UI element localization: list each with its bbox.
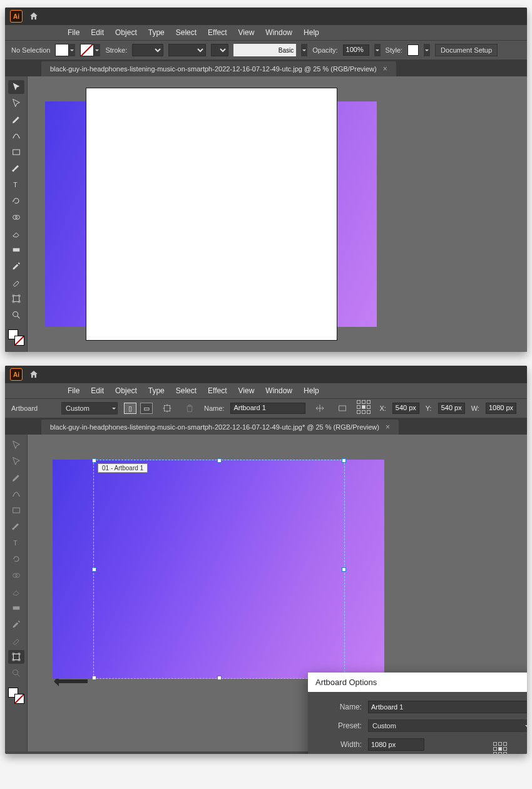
stroke-swatch[interactable] bbox=[80, 44, 94, 56]
menu-view[interactable]: View bbox=[238, 386, 255, 395]
home-icon[interactable] bbox=[28, 368, 40, 381]
rotate-tool-icon[interactable] bbox=[8, 552, 24, 566]
artboard-options-icon[interactable] bbox=[334, 401, 350, 415]
menu-effect[interactable]: Effect bbox=[208, 28, 227, 37]
orientation-toggle[interactable]: ▯ ▭ bbox=[124, 403, 153, 414]
opacity-value[interactable]: 100% bbox=[343, 44, 369, 56]
close-icon[interactable]: × bbox=[386, 423, 390, 431]
w-value[interactable]: 1080 px bbox=[486, 403, 516, 414]
gradient-tool-icon[interactable] bbox=[8, 243, 24, 257]
resize-handle[interactable] bbox=[217, 458, 222, 463]
document-tab[interactable]: black-guy-in-headphones-listening-music-… bbox=[41, 61, 396, 76]
artboard-tool-icon[interactable] bbox=[8, 292, 24, 306]
type-tool-icon[interactable]: T bbox=[8, 536, 24, 550]
variable-width-select[interactable] bbox=[211, 44, 228, 56]
ao-preset-select[interactable]: Custom bbox=[368, 719, 527, 732]
selection-tool-icon[interactable] bbox=[8, 438, 24, 452]
menu-file[interactable]: File bbox=[68, 386, 79, 395]
style-caret-icon[interactable] bbox=[424, 44, 430, 56]
type-tool-icon[interactable]: T bbox=[8, 178, 24, 192]
x-value[interactable]: 540 px bbox=[392, 403, 419, 414]
resize-handle[interactable] bbox=[92, 567, 96, 572]
direct-selection-tool-icon[interactable] bbox=[8, 455, 24, 468]
selection-tool-icon[interactable] bbox=[8, 80, 24, 94]
menu-type[interactable]: Type bbox=[148, 28, 165, 37]
graphic-style-caret-icon[interactable] bbox=[301, 44, 307, 56]
menu-effect[interactable]: Effect bbox=[208, 386, 227, 395]
ao-name-input[interactable] bbox=[368, 701, 527, 713]
menu-type[interactable]: Type bbox=[148, 386, 165, 395]
menu-select[interactable]: Select bbox=[176, 28, 197, 37]
shape-builder-tool-icon[interactable] bbox=[8, 210, 24, 224]
rectangle-tool-icon[interactable] bbox=[8, 503, 24, 517]
eyedropper-tool-icon[interactable] bbox=[8, 617, 24, 631]
graphic-style-box[interactable]: Basic bbox=[233, 44, 296, 56]
zoom-tool-icon[interactable] bbox=[8, 308, 24, 322]
eyedropper-tool-icon[interactable] bbox=[8, 259, 24, 273]
pen-tool-icon[interactable] bbox=[8, 113, 24, 126]
zoom-tool-icon[interactable] bbox=[8, 666, 24, 680]
canvas[interactable]: 01 - Artboard 1 Artboard Options Name: P… bbox=[28, 435, 527, 751]
fill-stroke-indicator[interactable] bbox=[8, 688, 24, 704]
menu-help[interactable]: Help bbox=[304, 28, 319, 37]
eraser-tool-icon[interactable] bbox=[8, 227, 24, 240]
stroke-weight-select[interactable] bbox=[132, 44, 163, 56]
menu-window[interactable]: Window bbox=[265, 28, 292, 37]
paintbrush-tool-icon[interactable] bbox=[8, 520, 24, 534]
menu-help[interactable]: Help bbox=[304, 386, 319, 395]
pen-tool-icon[interactable] bbox=[8, 471, 24, 485]
symbol-sprayer-tool-icon[interactable] bbox=[8, 276, 24, 289]
brush-definition-select[interactable] bbox=[168, 44, 206, 56]
style-swatch[interactable] bbox=[407, 44, 419, 56]
home-icon[interactable] bbox=[28, 10, 40, 23]
fill-swatch[interactable] bbox=[55, 44, 69, 56]
landscape-icon[interactable]: ▭ bbox=[140, 403, 153, 414]
menu-object[interactable]: Object bbox=[115, 386, 137, 395]
new-artboard-icon[interactable] bbox=[159, 401, 175, 415]
resize-handle[interactable] bbox=[92, 676, 96, 680]
curvature-tool-icon[interactable] bbox=[8, 487, 24, 501]
fill-stroke-indicator[interactable] bbox=[8, 329, 24, 346]
portrait-icon[interactable]: ▯ bbox=[124, 403, 136, 414]
preset-select[interactable]: Custom bbox=[61, 402, 118, 415]
delete-artboard-icon[interactable] bbox=[182, 401, 198, 415]
document-setup-button[interactable]: Document Setup bbox=[435, 44, 498, 56]
y-value[interactable]: 540 px bbox=[438, 403, 465, 414]
document-tab[interactable]: black-guy-in-headphones-listening-music-… bbox=[41, 420, 399, 435]
rectangle-tool-icon[interactable] bbox=[8, 145, 24, 159]
rotate-tool-icon[interactable] bbox=[8, 194, 24, 208]
curvature-tool-icon[interactable] bbox=[8, 129, 24, 143]
menu-window[interactable]: Window bbox=[265, 386, 292, 395]
artboard-tool-icon[interactable] bbox=[8, 650, 24, 664]
menu-edit[interactable]: Edit bbox=[91, 386, 104, 395]
menu-object[interactable]: Object bbox=[115, 28, 137, 37]
reference-point-grid[interactable] bbox=[493, 742, 509, 754]
opacity-caret-icon[interactable] bbox=[374, 44, 381, 56]
stroke-caret-icon[interactable] bbox=[94, 44, 100, 56]
artboard-name-field[interactable]: Artboard 1 bbox=[230, 403, 305, 414]
resize-handle[interactable] bbox=[92, 458, 96, 463]
resize-handle[interactable] bbox=[217, 676, 222, 680]
resize-handle[interactable] bbox=[342, 458, 346, 463]
placed-image[interactable]: 01 - Artboard 1 bbox=[53, 460, 384, 679]
menu-view[interactable]: View bbox=[238, 28, 255, 37]
canvas[interactable] bbox=[28, 76, 527, 352]
artboard-selection[interactable] bbox=[93, 460, 345, 679]
resize-handle[interactable] bbox=[342, 567, 346, 572]
gradient-tool-icon[interactable] bbox=[8, 601, 24, 615]
fill-caret-icon[interactable] bbox=[69, 44, 75, 56]
close-icon[interactable]: × bbox=[383, 64, 387, 73]
ao-width-input[interactable] bbox=[368, 738, 424, 751]
shape-builder-tool-icon[interactable] bbox=[8, 569, 24, 582]
eraser-tool-icon[interactable] bbox=[8, 585, 24, 599]
menu-select[interactable]: Select bbox=[176, 386, 197, 395]
symbol-sprayer-tool-icon[interactable] bbox=[8, 634, 24, 647]
artboard-tag[interactable]: 01 - Artboard 1 bbox=[98, 463, 148, 473]
reference-point-grid[interactable] bbox=[357, 400, 373, 416]
direct-selection-tool-icon[interactable] bbox=[8, 96, 24, 110]
placed-image[interactable] bbox=[45, 101, 377, 327]
paintbrush-tool-icon[interactable] bbox=[8, 162, 24, 175]
move-with-artboard-icon[interactable] bbox=[312, 401, 328, 415]
menu-edit[interactable]: Edit bbox=[91, 28, 104, 37]
menu-file[interactable]: File bbox=[68, 28, 79, 37]
